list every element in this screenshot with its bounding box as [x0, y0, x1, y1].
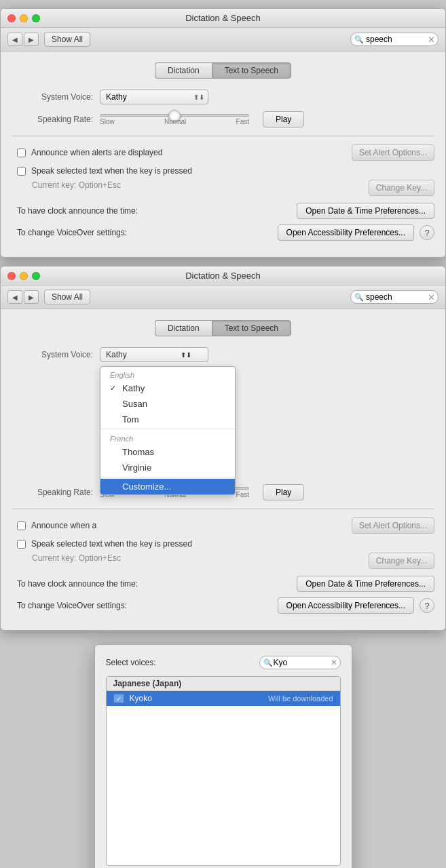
content-1: Dictation Text to Speech System Voice: K…: [1, 52, 445, 257]
announce-checkbox-2[interactable]: [17, 521, 26, 530]
toolbar-1: ◀ ▶ Show All 🔍 ✕: [1, 28, 445, 52]
voice-select-display[interactable]: Kathy ⬆⬇: [100, 347, 208, 362]
slider-fast-2: Fast: [236, 491, 249, 498]
slider-normal-1: Normal: [164, 118, 186, 125]
play-button-2[interactable]: Play: [263, 484, 304, 500]
slider-wrap-1: Slow Normal Fast: [100, 114, 249, 125]
voice-option-customize[interactable]: Customize...: [100, 479, 235, 494]
toolbar-2: ◀ ▶ Show All 🔍 ✕: [1, 285, 445, 309]
help-button-1[interactable]: ?: [420, 225, 434, 240]
traffic-lights-2: [7, 272, 40, 280]
help-button-2[interactable]: ?: [420, 598, 434, 613]
divider-2: [12, 509, 434, 509]
system-voice-label-1: System Voice:: [12, 92, 93, 102]
voiceover-button-1[interactable]: Open Accessibility Preferences...: [278, 224, 414, 241]
maximize-button-2[interactable]: [32, 272, 40, 280]
show-all-button-2[interactable]: Show All: [44, 290, 90, 304]
show-all-button-1[interactable]: Show All: [44, 32, 90, 47]
voice-option-susan[interactable]: Susan: [100, 396, 235, 412]
set-alert-button-2[interactable]: Set Alert Options...: [352, 517, 434, 534]
set-alert-button-1[interactable]: Set Alert Options...: [352, 144, 434, 161]
voice-option-kathy[interactable]: ✓ Kathy: [100, 380, 235, 396]
voice-list: Japanese (Japan) ✓ Kyoko Will be downloa…: [106, 676, 341, 866]
clock-label-1: To have clock announce the time:: [17, 206, 297, 216]
voice-option-tom[interactable]: Tom: [100, 412, 235, 427]
select-voices-label: Select voices:: [106, 658, 156, 667]
maximize-button-1[interactable]: [32, 14, 40, 22]
voice-select-wrap-2: Kathy ⬆⬇: [100, 347, 208, 362]
change-key-button-2[interactable]: Change Key...: [369, 553, 434, 569]
voice-item-kyoko[interactable]: ✓ Kyoko Will be downloaded: [107, 691, 340, 706]
voiceover-button-2[interactable]: Open Accessibility Preferences...: [278, 597, 414, 614]
traffic-lights-1: [7, 14, 40, 22]
voice-option-thomas[interactable]: Thomas: [100, 444, 235, 460]
nav-buttons-1: ◀ ▶: [7, 33, 39, 46]
dialog-overlay: Select voices: 🔍 ✕ Japanese (Japan) ✓ Ky…: [0, 639, 446, 868]
voiceover-label-2: To change VoiceOver settings:: [17, 601, 278, 610]
tab-dictation-2[interactable]: Dictation: [155, 320, 212, 336]
search-clear-1[interactable]: ✕: [428, 35, 435, 45]
content-2: Dictation Text to Speech System Voice: K…: [1, 309, 445, 630]
speak-checkbox-2[interactable]: [17, 540, 26, 549]
clock-row-1: To have clock announce the time: Open Da…: [12, 203, 434, 219]
search-clear-2[interactable]: ✕: [428, 292, 435, 302]
play-button-1[interactable]: Play: [263, 111, 304, 127]
nav-back-2[interactable]: ◀: [7, 290, 22, 304]
titlebar-1: Dictation & Speech: [1, 9, 445, 28]
system-voice-select-1[interactable]: Kathy: [100, 90, 208, 104]
nav-buttons-2: ◀ ▶: [7, 290, 39, 304]
dialog-search-clear[interactable]: ✕: [331, 658, 337, 667]
speak-checkbox-1[interactable]: [17, 167, 26, 176]
window2: Dictation & Speech ◀ ▶ Show All 🔍 ✕ Dict…: [0, 266, 446, 631]
close-button-1[interactable]: [7, 14, 16, 22]
speak-row-2: Speak selected text when the key is pres…: [12, 539, 434, 549]
clock-button-1[interactable]: Open Date & Time Preferences...: [297, 203, 434, 219]
search-icon-2: 🔍: [354, 293, 364, 302]
divider-1: [12, 136, 434, 136]
announce-checkbox-1[interactable]: [17, 149, 26, 157]
tab-control-1: Dictation Text to Speech: [12, 62, 434, 79]
nav-forward-1[interactable]: ▶: [24, 33, 39, 46]
dialog-search: 🔍 ✕: [259, 656, 341, 669]
voice-status-kyoko: Will be downloaded: [268, 694, 333, 703]
tab-text-to-speech-2[interactable]: Text to Speech: [212, 320, 291, 336]
window-title-2: Dictation & Speech: [185, 271, 261, 281]
voice-select-wrap-1: Kathy ⬆⬇: [100, 90, 208, 104]
voiceover-row-2: To change VoiceOver settings: Open Acces…: [12, 597, 434, 614]
announce-label-1: Announce when alerts are displayed: [31, 148, 162, 157]
french-group-label: French: [100, 431, 235, 444]
tab-dictation-1[interactable]: Dictation: [155, 62, 212, 79]
window1: Dictation & Speech ◀ ▶ Show All 🔍 ✕ Dict…: [0, 8, 446, 258]
change-key-button-1[interactable]: Change Key...: [369, 180, 434, 196]
speak-label-1: Speak selected text when the key is pres…: [31, 166, 192, 176]
search-icon-1: 🔍: [354, 35, 364, 44]
clock-label-2: To have clock announce the time:: [17, 579, 297, 589]
minimize-button-1[interactable]: [20, 14, 28, 22]
nav-forward-2[interactable]: ▶: [24, 290, 39, 304]
system-voice-row-1: System Voice: Kathy ⬆⬇: [12, 90, 434, 104]
dialog-search-icon: 🔍: [263, 658, 273, 667]
speak-label-2: Speak selected text when the key is pres…: [31, 539, 192, 549]
clock-button-2[interactable]: Open Date & Time Preferences...: [297, 576, 434, 592]
current-key-2: Current key: Option+Esc: [17, 553, 121, 563]
nav-back-1[interactable]: ◀: [7, 33, 22, 46]
announce-row-2: Announce when a Set Alert Options...: [12, 517, 434, 534]
voice-group-japanese: Japanese (Japan): [107, 677, 340, 691]
search-box-1: 🔍 ✕: [350, 33, 439, 46]
speaking-rate-label-1: Speaking Rate:: [12, 115, 93, 124]
close-button-2[interactable]: [7, 272, 16, 280]
system-voice-label-2: System Voice:: [12, 350, 93, 359]
voice-name-thomas: Thomas: [122, 447, 154, 457]
voiceover-label-1: To change VoiceOver settings:: [17, 228, 278, 237]
speaking-rate-label-2: Speaking Rate:: [12, 488, 93, 497]
speak-row-1: Speak selected text when the key is pres…: [12, 166, 434, 176]
voice-name-susan: Susan: [122, 399, 147, 409]
titlebar-2: Dictation & Speech: [1, 267, 445, 285]
dialog-header: Select voices: 🔍 ✕: [106, 656, 341, 669]
search-box-2: 🔍 ✕: [350, 290, 439, 304]
tab-text-to-speech-1[interactable]: Text to Speech: [212, 62, 291, 79]
speaking-rate-slider-1[interactable]: [100, 114, 249, 117]
voice-check-kyoko[interactable]: ✓: [113, 694, 124, 703]
voice-option-virginie[interactable]: Virginie: [100, 460, 235, 475]
minimize-button-2[interactable]: [20, 272, 28, 280]
